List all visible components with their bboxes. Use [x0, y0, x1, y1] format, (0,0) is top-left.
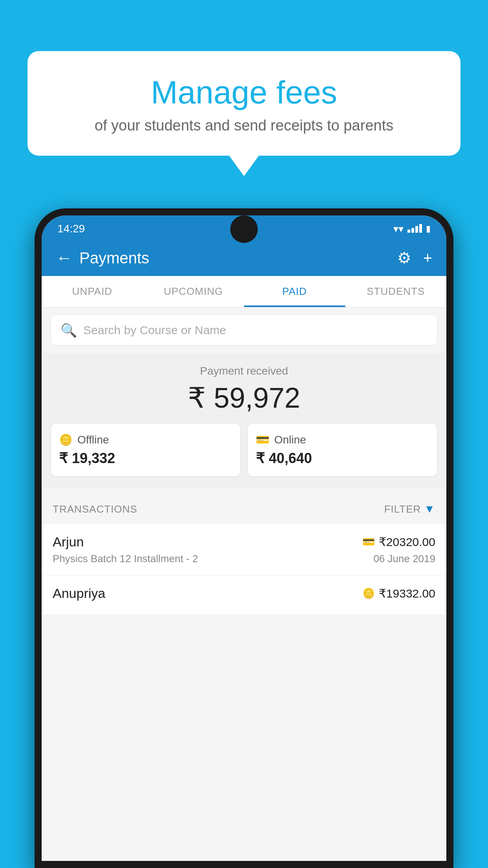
online-card: 💳 Online ₹ 40,640 — [248, 424, 437, 476]
payment-received-label: Payment received — [51, 365, 437, 377]
student-name: Anupriya — [53, 586, 105, 601]
wifi-icon: ▾▾ — [393, 223, 404, 235]
manage-fees-title: Manage fees — [51, 75, 437, 110]
speech-bubble: Manage fees of your students and send re… — [28, 51, 460, 156]
offline-payment-icon: 🪙 — [362, 587, 375, 600]
tab-upcoming[interactable]: UPCOMING — [143, 276, 244, 307]
online-label: Online — [274, 434, 306, 446]
tab-students[interactable]: STUDENTS — [345, 276, 447, 307]
status-icons: ▾▾ ▮ — [393, 223, 431, 235]
speech-bubble-wrapper: Manage fees of your students and send re… — [28, 51, 460, 156]
search-icon: 🔍 — [61, 322, 77, 338]
payment-cards: 🪙 Offline ₹ 19,332 💳 Online ₹ 40,640 — [51, 424, 437, 476]
search-placeholder: Search by Course or Name — [83, 324, 226, 337]
transaction-row2: Physics Batch 12 Installment - 2 06 June… — [53, 553, 435, 565]
manage-fees-subtitle: of your students and send receipts to pa… — [51, 117, 437, 134]
settings-icon[interactable]: ⚙ — [397, 249, 411, 267]
signal-bars — [407, 225, 422, 233]
transaction-date: 06 June 2019 — [373, 553, 435, 565]
phone-frame: 14:29 ▾▾ ▮ ← — [35, 208, 453, 868]
transactions-header: TRANSACTIONS FILTER ▼ — [42, 494, 446, 524]
toolbar: ← Payments ⚙ + — [42, 240, 446, 276]
transaction-amount-row: 💳 ₹20320.00 — [362, 535, 435, 549]
offline-icon: 🪙 — [59, 433, 73, 446]
toolbar-right: ⚙ + — [397, 249, 432, 267]
course-info: Physics Batch 12 Installment - 2 — [53, 553, 198, 565]
page-title: Payments — [79, 249, 149, 267]
transaction-item[interactable]: Anupriya 🪙 ₹19332.00 — [42, 576, 446, 615]
offline-label: Offline — [77, 434, 109, 446]
total-amount: ₹ 59,972 — [51, 381, 437, 414]
transaction-amount: ₹20320.00 — [379, 535, 435, 549]
offline-amount: ₹ 19,332 — [59, 450, 232, 467]
filter-icon: ▼ — [424, 503, 435, 515]
online-card-header: 💳 Online — [256, 433, 429, 446]
payment-received-section: Payment received ₹ 59,972 🪙 Offline ₹ 19… — [42, 353, 446, 488]
filter-label: FILTER — [384, 503, 421, 515]
transaction-row1: Arjun 💳 ₹20320.00 — [53, 534, 435, 550]
transaction-amount-row: 🪙 ₹19332.00 — [362, 587, 435, 600]
offline-card-header: 🪙 Offline — [59, 433, 232, 446]
card-payment-icon: 💳 — [362, 536, 375, 548]
filter-button[interactable]: FILTER ▼ — [384, 503, 435, 515]
tab-unpaid[interactable]: UNPAID — [42, 276, 143, 307]
battery-icon: ▮ — [426, 224, 431, 234]
transactions-label: TRANSACTIONS — [53, 503, 138, 515]
toolbar-left: ← Payments — [56, 248, 149, 267]
transaction-amount: ₹19332.00 — [379, 587, 435, 600]
tabs: UNPAID UPCOMING PAID STUDENTS — [42, 276, 446, 307]
add-button[interactable]: + — [423, 249, 432, 267]
transaction-row1: Anupriya 🪙 ₹19332.00 — [53, 586, 435, 601]
tab-paid[interactable]: PAID — [244, 276, 345, 307]
search-bar[interactable]: 🔍 Search by Course or Name — [51, 315, 437, 345]
content-area: 🔍 Search by Course or Name Payment recei… — [42, 307, 446, 861]
online-icon: 💳 — [256, 433, 270, 446]
status-time: 14:29 — [57, 223, 85, 235]
top-area: 14:29 ▾▾ ▮ — [42, 215, 446, 240]
status-bar: 14:29 ▾▾ ▮ — [42, 215, 446, 240]
transaction-item[interactable]: Arjun 💳 ₹20320.00 Physics Batch 12 Insta… — [42, 524, 446, 576]
offline-card: 🪙 Offline ₹ 19,332 — [51, 424, 240, 476]
student-name: Arjun — [53, 534, 84, 550]
back-button[interactable]: ← — [56, 248, 72, 267]
online-amount: ₹ 40,640 — [256, 450, 429, 467]
phone-inner: 14:29 ▾▾ ▮ ← — [42, 215, 446, 861]
notch-area — [230, 215, 258, 243]
